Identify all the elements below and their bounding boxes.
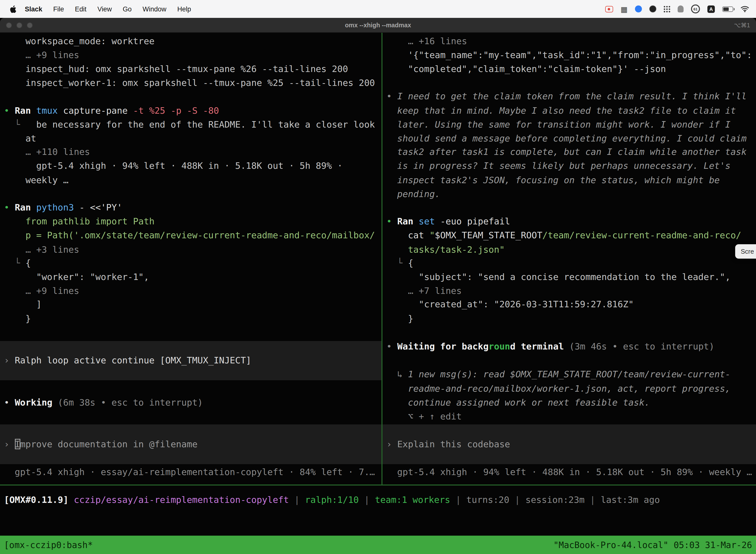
window-title: omx --xhigh --madmax [345, 21, 411, 29]
menu-app-name[interactable]: Slack [20, 5, 48, 13]
terminal-line: • Waiting for background terminal (3m 46… [386, 340, 714, 353]
terminal-line: gpt-5.4 xhigh · 94% left · 488K in · 5.1… [4, 159, 342, 173]
menu-item-edit[interactable]: Edit [69, 5, 92, 13]
terminal-line: } [386, 312, 413, 326]
tmux-session-label: [omx-cczip0:bash* [4, 540, 93, 550]
notification-text: Scre [741, 244, 754, 258]
battery-percent-icon[interactable]: 61 [691, 4, 700, 13]
terminal-content: workspace_mode: worktree … +9 lines insp… [0, 33, 756, 536]
terminal-line: gpt-5.4 xhigh · 94% left · 488K in · 5.1… [386, 465, 752, 479]
terminal-line: later. Using the same for transition mig… [386, 118, 731, 131]
blue-app-icon[interactable] [635, 5, 642, 12]
terminal-line: └ be necessary for the end of the README… [4, 118, 375, 131]
terminal-line: tasks/task-2.json" [386, 243, 505, 257]
terminal-line: • Ran python3 - <<'PY' [4, 201, 122, 214]
table-grid-icon[interactable] [621, 5, 628, 13]
menu-item-window[interactable]: Window [137, 5, 172, 13]
menu-item-help[interactable]: Help [172, 5, 197, 13]
terminal-line: [OMX#0.11.9] cczip/essay/ai-reimplementa… [4, 493, 660, 507]
terminal-line: weekly … [4, 173, 68, 187]
terminal-line: • Ran set -euo pipefail [386, 214, 510, 228]
menu-bar-status-icons: 61 A [605, 4, 749, 13]
terminal-line: at [4, 131, 36, 146]
terminal-line: ⌥ + ↑ edit [386, 409, 461, 424]
terminal-line: is in progress? It seems likely but perh… [386, 159, 731, 173]
terminal-line: "completed","claim_token":"claim-token"}… [386, 62, 666, 76]
terminal-line: … +16 lines [386, 34, 467, 48]
terminal-line: readme-and-reco/mailbox/worker-1.json, a… [386, 382, 731, 396]
terminal-line: ] [4, 297, 42, 311]
terminal-line: └ { [4, 256, 31, 270]
terminal-line: • Ran tmux capture-pane -t %25 -p -S -80 [4, 104, 219, 118]
battery-icon[interactable] [722, 6, 733, 12]
terminal-line: … +9 lines [4, 48, 79, 62]
menu-item-view[interactable]: View [92, 5, 117, 13]
omx-hud-pane: [OMX#0.11.9] cczip/essay/ai-reimplementa… [0, 486, 756, 536]
apps-grid-icon[interactable] [664, 6, 670, 12]
window-titlebar[interactable]: omx --xhigh --madmax ⌥⌘1 [0, 18, 756, 33]
input-source-icon[interactable]: A [707, 5, 715, 13]
terminal-line: ↳ 1 new msg(s): read $OMX_TEAM_STATE_ROO… [386, 367, 731, 381]
terminal-line: pending. [386, 187, 440, 201]
traffic-lights [6, 18, 33, 32]
terminal-line: "worker": "worker-1", [4, 270, 149, 284]
terminal-line: "subject": "send a concise recommendatio… [386, 270, 731, 284]
screen: Slack File Edit View Go Window Help 61 A [0, 0, 756, 554]
close-button[interactable] [6, 22, 12, 28]
terminal-line: inspect_hud: omx sparkshell --tmux-pane … [4, 62, 348, 76]
terminal-line: continue assigned work or next feasible … [386, 396, 650, 409]
terminal-line: '{"team_name":"my-team","task_id":"1","f… [386, 48, 752, 62]
terminal-line: gpt-5.4 xhigh · essay/ai-reimplementatio… [4, 465, 375, 479]
terminal-line: keep that in mind. Maybe I also need the… [386, 104, 736, 118]
terminal-line: › Ralph loop active continue [OMX_TMUX_I… [4, 353, 251, 367]
terminal-line: … +110 lines [4, 145, 90, 159]
terminal-line: … +9 lines [4, 284, 79, 298]
notification-popup[interactable]: Scre [736, 244, 756, 259]
terminal-line: › Explain this codebase [386, 437, 510, 451]
zoom-button[interactable] [27, 22, 33, 28]
terminal-line: • I need to get the claim token from the… [386, 89, 747, 103]
terminal-line: … +3 lines [4, 243, 79, 257]
terminal-line: … +7 lines [386, 284, 461, 298]
menu-bar: Slack File Edit View Go Window Help 61 A [0, 0, 756, 18]
terminal-line: task2 after task1 is complete, but can I… [386, 145, 747, 159]
screen-recording-icon[interactable] [605, 6, 613, 12]
terminal-line: inspect task2's JSON, focusing on the st… [386, 173, 720, 187]
ghost-app-icon[interactable] [678, 5, 684, 12]
apple-logo-icon[interactable] [10, 5, 16, 13]
terminal-line: • Working (6m 38s • esc to interrupt) [4, 396, 203, 409]
terminal-line: › Improve documentation in @filename [4, 437, 197, 451]
minimize-button[interactable] [16, 22, 22, 28]
terminal-line: should send a message before completing … [386, 131, 747, 146]
tmux-host-clock: "MacBook-Pro-44.local" 05:03 31-Mar-26 [553, 540, 752, 550]
dark-app-icon[interactable] [649, 5, 656, 12]
terminal-line: p = Path('.omx/state/team/review-current… [4, 228, 375, 242]
terminal-line: } [4, 312, 31, 326]
right-pane[interactable]: … +16 lines '{"team_name":"my-team","tas… [382, 33, 756, 485]
menu-bar-left: Slack File Edit View Go Window Help [7, 5, 196, 13]
menu-item-go[interactable]: Go [117, 5, 137, 13]
wifi-icon[interactable] [741, 6, 749, 12]
left-pane[interactable]: workspace_mode: worktree … +9 lines insp… [0, 33, 381, 485]
window-shortcut-hint: ⌥⌘1 [734, 21, 750, 29]
terminal-line: inspect_worker-1: omx sparkshell --tmux-… [4, 76, 375, 90]
terminal-line: cat "$OMX_TEAM_STATE_ROOT/team/review-cu… [386, 228, 741, 242]
terminal-line: "created_at": "2026-03-31T11:59:27.816Z" [386, 297, 634, 311]
menu-item-file[interactable]: File [48, 5, 70, 13]
terminal-line: └ { [386, 256, 413, 270]
terminal-line: workspace_mode: worktree [4, 34, 154, 48]
terminal-window: omx --xhigh --madmax ⌥⌘1 workspace_mode:… [0, 18, 756, 554]
tmux-status-bar: [omx-cczip0:bash* "MacBook-Pro-44.local"… [0, 536, 756, 554]
terminal-line: from pathlib import Path [4, 214, 154, 228]
